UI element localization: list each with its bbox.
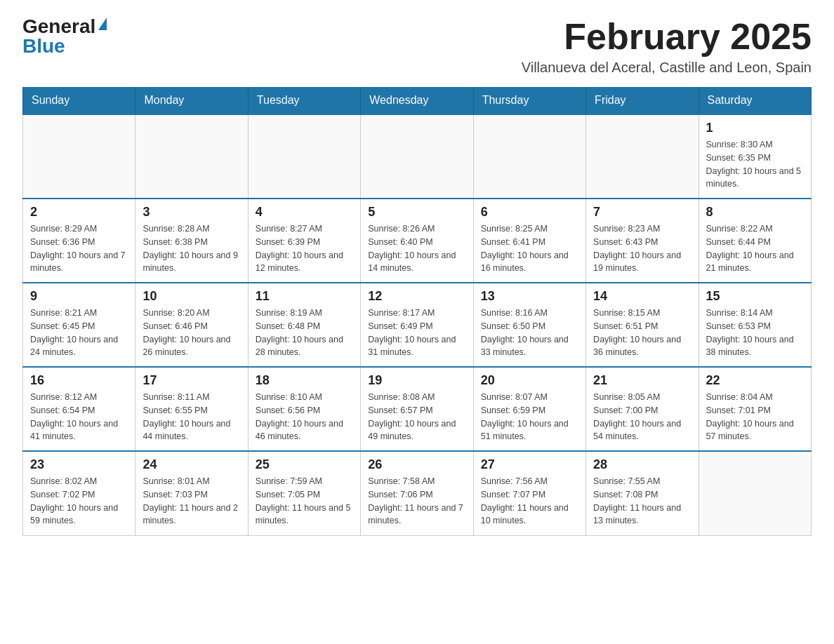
day-info: Sunrise: 8:20 AM Sunset: 6:46 PM Dayligh… (143, 307, 240, 359)
day-info: Sunrise: 7:56 AM Sunset: 7:07 PM Dayligh… (481, 475, 578, 528)
day-number: 7 (593, 205, 691, 220)
calendar-cell: 16Sunrise: 8:12 AM Sunset: 6:54 PM Dayli… (23, 367, 135, 451)
calendar-cell: 5Sunrise: 8:26 AM Sunset: 6:40 PM Daylig… (361, 199, 473, 283)
day-info: Sunrise: 8:10 AM Sunset: 6:56 PM Dayligh… (256, 391, 353, 443)
day-number: 16 (30, 373, 128, 388)
calendar-week-2: 2Sunrise: 8:29 AM Sunset: 6:36 PM Daylig… (23, 199, 812, 283)
day-info: Sunrise: 8:17 AM Sunset: 6:49 PM Dayligh… (368, 307, 465, 359)
day-info: Sunrise: 8:11 AM Sunset: 6:55 PM Dayligh… (143, 391, 240, 443)
calendar-cell: 10Sunrise: 8:20 AM Sunset: 6:46 PM Dayli… (135, 283, 248, 367)
calendar-cell: 22Sunrise: 8:04 AM Sunset: 7:01 PM Dayli… (699, 367, 811, 451)
day-info: Sunrise: 8:02 AM Sunset: 7:02 PM Dayligh… (30, 475, 128, 528)
calendar-cell: 14Sunrise: 8:15 AM Sunset: 6:51 PM Dayli… (586, 283, 699, 367)
calendar-cell: 4Sunrise: 8:27 AM Sunset: 6:39 PM Daylig… (248, 199, 360, 283)
calendar-cell: 9Sunrise: 8:21 AM Sunset: 6:45 PM Daylig… (23, 283, 135, 367)
day-number: 3 (143, 205, 240, 220)
title-block: February 2025 Villanueva del Aceral, Cas… (522, 17, 812, 76)
day-info: Sunrise: 8:15 AM Sunset: 6:51 PM Dayligh… (593, 307, 691, 359)
calendar-header-row: SundayMondayTuesdayWednesdayThursdayFrid… (23, 87, 812, 114)
calendar-week-3: 9Sunrise: 8:21 AM Sunset: 6:45 PM Daylig… (23, 283, 812, 367)
day-info: Sunrise: 8:14 AM Sunset: 6:53 PM Dayligh… (706, 307, 804, 359)
day-number: 9 (30, 289, 128, 304)
day-number: 26 (368, 457, 465, 472)
calendar-cell (473, 114, 585, 199)
calendar-cell: 20Sunrise: 8:07 AM Sunset: 6:59 PM Dayli… (473, 367, 585, 451)
day-header-thursday: Thursday (473, 87, 585, 114)
day-info: Sunrise: 7:55 AM Sunset: 7:08 PM Dayligh… (593, 475, 691, 528)
day-header-monday: Monday (135, 87, 248, 114)
day-number: 12 (368, 289, 465, 304)
day-number: 4 (256, 205, 353, 220)
calendar-cell: 28Sunrise: 7:55 AM Sunset: 7:08 PM Dayli… (586, 451, 699, 535)
calendar-cell: 13Sunrise: 8:16 AM Sunset: 6:50 PM Dayli… (473, 283, 585, 367)
day-number: 23 (30, 457, 128, 472)
day-number: 28 (593, 457, 691, 472)
calendar-cell: 7Sunrise: 8:23 AM Sunset: 6:43 PM Daylig… (586, 199, 699, 283)
day-number: 14 (593, 289, 691, 304)
day-info: Sunrise: 8:26 AM Sunset: 6:40 PM Dayligh… (368, 222, 465, 275)
day-info: Sunrise: 8:30 AM Sunset: 6:35 PM Dayligh… (706, 138, 804, 191)
day-info: Sunrise: 8:04 AM Sunset: 7:01 PM Dayligh… (706, 391, 804, 443)
day-info: Sunrise: 7:59 AM Sunset: 7:05 PM Dayligh… (256, 475, 353, 528)
day-number: 21 (593, 373, 691, 388)
calendar-cell (699, 451, 811, 535)
day-info: Sunrise: 8:12 AM Sunset: 6:54 PM Dayligh… (30, 391, 128, 443)
day-info: Sunrise: 8:19 AM Sunset: 6:48 PM Dayligh… (256, 307, 353, 359)
calendar-cell: 11Sunrise: 8:19 AM Sunset: 6:48 PM Dayli… (248, 283, 360, 367)
day-number: 6 (481, 205, 578, 220)
day-header-friday: Friday (586, 87, 699, 114)
day-info: Sunrise: 8:29 AM Sunset: 6:36 PM Dayligh… (30, 222, 128, 275)
day-number: 11 (256, 289, 353, 304)
calendar-cell: 18Sunrise: 8:10 AM Sunset: 6:56 PM Dayli… (248, 367, 360, 451)
calendar-cell: 12Sunrise: 8:17 AM Sunset: 6:49 PM Dayli… (361, 283, 473, 367)
day-info: Sunrise: 8:27 AM Sunset: 6:39 PM Dayligh… (256, 222, 353, 275)
day-number: 20 (481, 373, 578, 388)
day-number: 10 (143, 289, 240, 304)
day-number: 25 (256, 457, 353, 472)
calendar-cell: 21Sunrise: 8:05 AM Sunset: 7:00 PM Dayli… (586, 367, 699, 451)
day-info: Sunrise: 7:58 AM Sunset: 7:06 PM Dayligh… (368, 475, 465, 528)
calendar-cell: 23Sunrise: 8:02 AM Sunset: 7:02 PM Dayli… (23, 451, 135, 535)
day-number: 1 (706, 121, 804, 135)
day-number: 2 (30, 205, 128, 220)
location-subtitle: Villanueva del Aceral, Castille and Leon… (522, 60, 812, 76)
day-info: Sunrise: 8:21 AM Sunset: 6:45 PM Dayligh… (30, 307, 128, 359)
calendar-cell: 8Sunrise: 8:22 AM Sunset: 6:44 PM Daylig… (699, 199, 811, 283)
day-info: Sunrise: 8:28 AM Sunset: 6:38 PM Dayligh… (143, 222, 240, 275)
logo-triangle-icon (98, 18, 107, 30)
calendar-week-4: 16Sunrise: 8:12 AM Sunset: 6:54 PM Dayli… (23, 367, 812, 451)
day-info: Sunrise: 8:07 AM Sunset: 6:59 PM Dayligh… (481, 391, 578, 443)
logo: General Blue (22, 17, 107, 56)
day-number: 22 (706, 373, 804, 388)
calendar-table: SundayMondayTuesdayWednesdayThursdayFrid… (22, 87, 812, 536)
day-number: 8 (706, 205, 804, 220)
logo-general-text: General (22, 17, 95, 36)
calendar-cell: 26Sunrise: 7:58 AM Sunset: 7:06 PM Dayli… (361, 451, 473, 535)
page-header: General Blue February 2025 Villanueva de… (22, 17, 812, 76)
day-number: 27 (481, 457, 578, 472)
day-number: 19 (368, 373, 465, 388)
day-info: Sunrise: 8:01 AM Sunset: 7:03 PM Dayligh… (143, 475, 240, 528)
calendar-week-1: 1Sunrise: 8:30 AM Sunset: 6:35 PM Daylig… (23, 114, 812, 199)
calendar-cell: 19Sunrise: 8:08 AM Sunset: 6:57 PM Dayli… (361, 367, 473, 451)
day-info: Sunrise: 8:23 AM Sunset: 6:43 PM Dayligh… (593, 222, 691, 275)
calendar-cell (361, 114, 473, 199)
day-number: 18 (256, 373, 353, 388)
calendar-cell (248, 114, 360, 199)
day-header-tuesday: Tuesday (248, 87, 360, 114)
calendar-title: February 2025 (522, 17, 812, 57)
calendar-cell: 25Sunrise: 7:59 AM Sunset: 7:05 PM Dayli… (248, 451, 360, 535)
calendar-cell: 27Sunrise: 7:56 AM Sunset: 7:07 PM Dayli… (473, 451, 585, 535)
day-info: Sunrise: 8:05 AM Sunset: 7:00 PM Dayligh… (593, 391, 691, 443)
calendar-cell (586, 114, 699, 199)
day-number: 15 (706, 289, 804, 304)
calendar-week-5: 23Sunrise: 8:02 AM Sunset: 7:02 PM Dayli… (23, 451, 812, 535)
day-header-wednesday: Wednesday (361, 87, 473, 114)
calendar-cell: 24Sunrise: 8:01 AM Sunset: 7:03 PM Dayli… (135, 451, 248, 535)
calendar-cell: 17Sunrise: 8:11 AM Sunset: 6:55 PM Dayli… (135, 367, 248, 451)
calendar-cell (23, 114, 135, 199)
day-number: 17 (143, 373, 240, 388)
day-number: 5 (368, 205, 465, 220)
calendar-cell: 6Sunrise: 8:25 AM Sunset: 6:41 PM Daylig… (473, 199, 585, 283)
day-info: Sunrise: 8:16 AM Sunset: 6:50 PM Dayligh… (481, 307, 578, 359)
